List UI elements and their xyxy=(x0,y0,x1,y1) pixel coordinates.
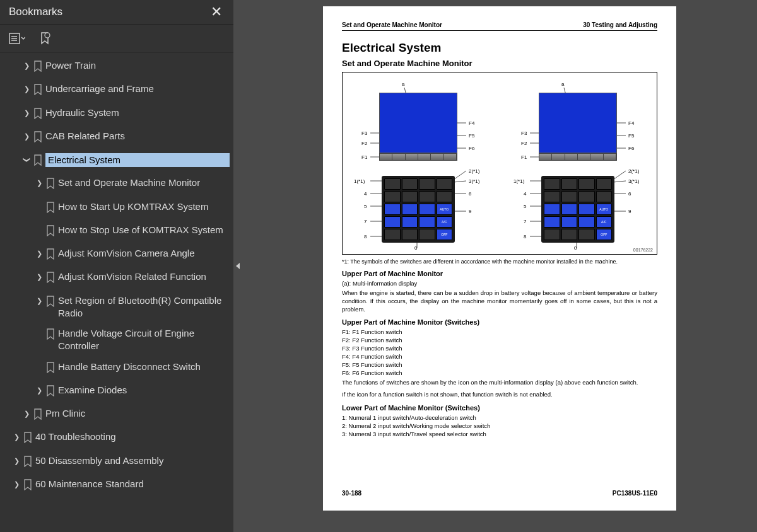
panel-collapse-handle[interactable] xyxy=(233,0,242,532)
bookmark-item[interactable]: ❯Hydraulic System xyxy=(3,103,233,126)
sidebar-header: Bookmarks ✕ xyxy=(0,0,233,25)
bookmark-icon xyxy=(45,225,58,240)
bookmark-item[interactable]: ❯Adjust KomVision Camera Angle xyxy=(3,243,233,267)
bookmark-label: Set Region of Bluetooth(R) Compatible Ra… xyxy=(58,294,230,320)
bookmark-icon xyxy=(45,362,58,376)
bookmark-label: How to Stop Use of KOMTRAX System xyxy=(58,224,230,236)
bookmark-item[interactable]: Handle Battery Disconnect Switch xyxy=(3,357,233,380)
header-left: Set and Operate Machine Monitor xyxy=(342,21,442,28)
page-h2: Set and Operate Machine Monitor xyxy=(342,59,657,68)
bookmark-item[interactable]: ❯Examine Diodes xyxy=(3,380,233,403)
bookmark-item[interactable]: ❯40 Troubleshooting xyxy=(3,427,233,450)
f-switch-list: F1: F1 Function switchF2: F2 Function sw… xyxy=(342,328,657,376)
options-icon[interactable] xyxy=(9,31,25,46)
bookmark-icon xyxy=(33,108,45,122)
list-item: F3: F3 Function switch xyxy=(342,345,657,352)
svg-line-36 xyxy=(613,171,626,180)
bookmark-item[interactable]: ❯60 Maintenance Standard xyxy=(3,474,233,497)
chevron-icon[interactable]: ❯ xyxy=(10,456,23,466)
bookmark-icon xyxy=(45,178,58,192)
page-footer: 30-188 PC138US-11E0 xyxy=(342,490,657,497)
list-item: 1: Numeral 1 input switch/Auto-decelerat… xyxy=(342,414,657,421)
chevron-icon[interactable]: ❯ xyxy=(20,132,33,141)
bookmark-label: 50 Disassembly and Assembly xyxy=(35,454,230,467)
chevron-icon[interactable]: ❯ xyxy=(20,155,33,165)
para-a: When the engine is started, there can be… xyxy=(342,289,657,313)
bookmark-label: Pm Clinic xyxy=(45,407,230,420)
chevron-icon[interactable]: ❯ xyxy=(20,61,33,71)
close-icon[interactable]: ✕ xyxy=(208,4,225,20)
chevron-icon[interactable]: ❯ xyxy=(33,296,45,306)
chevron-icon[interactable]: ❯ xyxy=(20,108,33,118)
chevron-icon[interactable]: ❯ xyxy=(20,84,33,94)
bookmark-label: How to Start Up KOMTRAX System xyxy=(58,200,230,213)
bookmark-icon xyxy=(45,385,58,400)
bookmark-item[interactable]: How to Stop Use of KOMTRAX System xyxy=(3,220,233,243)
bookmark-icon xyxy=(33,61,45,75)
bookmark-label: 60 Maintenance Standard xyxy=(35,478,230,490)
bookmark-tree[interactable]: ❯Power Train❯Undercarriage and Frame❯Hyd… xyxy=(0,53,233,532)
sub-a: (a): Multi-information display xyxy=(342,280,657,287)
bookmark-item[interactable]: ❯Power Train xyxy=(3,55,233,79)
sidebar-title: Bookmarks xyxy=(9,6,208,18)
bookmark-icon xyxy=(23,432,35,446)
para-b2: If the icon for a function switch is not… xyxy=(342,391,657,399)
bookmark-icon xyxy=(45,328,58,343)
bookmark-icon xyxy=(33,84,45,98)
para-b1: The functions of switches are shown by t… xyxy=(342,379,657,387)
heading-upper-switches: Upper Part of Machine Monitor (Switches) xyxy=(342,318,657,326)
bookmark-label: Electrical System xyxy=(45,153,230,167)
bookmark-item[interactable]: ❯Set and Operate Machine Monitor xyxy=(3,173,233,196)
bookmark-item[interactable]: ❯Pm Clinic xyxy=(3,403,233,427)
list-item: F5: F5 Function switch xyxy=(342,361,657,368)
page-h1: Electrical System xyxy=(342,41,657,55)
chevron-icon[interactable]: ❯ xyxy=(10,432,23,442)
chevron-icon[interactable]: ❯ xyxy=(10,480,23,489)
bookmark-icon xyxy=(33,131,45,146)
chevron-icon[interactable]: ❯ xyxy=(33,386,45,395)
bookmark-item[interactable]: ❯Undercarriage and Frame xyxy=(3,79,233,102)
figure-footnote: *1: The symbols of the switches are diff… xyxy=(342,258,657,265)
heading-lower-switches: Lower Part of Machine Monitor (Switches) xyxy=(342,404,657,412)
bookmark-icon xyxy=(33,408,45,423)
bookmark-icon xyxy=(23,479,35,494)
bookmark-item[interactable]: ❯Electrical System xyxy=(3,149,233,173)
bookmark-label: Adjust KomVision Camera Angle xyxy=(58,247,230,260)
list-item: F6: F6 Function switch xyxy=(342,369,657,376)
chevron-icon[interactable]: ❯ xyxy=(33,178,45,188)
bookmark-item[interactable]: How to Start Up KOMTRAX System xyxy=(3,197,233,220)
chevron-left-icon xyxy=(236,263,240,269)
heading-upper: Upper Part of Machine Monitor xyxy=(342,270,657,277)
bookmark-label: CAB Related Parts xyxy=(45,130,230,142)
document-viewport[interactable]: Set and Operate Machine Monitor 30 Testi… xyxy=(242,0,757,532)
svg-line-18 xyxy=(454,171,466,180)
bookmark-icon xyxy=(45,248,58,263)
figure-id: 00176222 xyxy=(633,248,653,252)
bookmark-item[interactable]: Handle Voltage Circuit of Engine Control… xyxy=(3,323,233,357)
bookmark-icon xyxy=(33,154,45,169)
bookmark-label: 40 Troubleshooting xyxy=(35,431,230,443)
sidebar-toolbar xyxy=(0,25,233,53)
list-item: 2: Numeral 2 input switch/Working mode s… xyxy=(342,422,657,429)
monitor-diagram-right: aF3F2F1F4F5F6AUTOA/COFF1(*1)45782(*1)3(*… xyxy=(507,81,652,250)
figure-box: aF3F2F1F4F5F6AUTOA/COFF1(*1)45782(*1)3(*… xyxy=(342,72,657,255)
svg-line-19 xyxy=(454,181,466,182)
list-item: 3: Numeral 3 input switch/Travel speed s… xyxy=(342,431,657,437)
chevron-icon[interactable]: ❯ xyxy=(20,409,33,419)
chevron-icon[interactable]: ❯ xyxy=(33,272,45,282)
svg-line-37 xyxy=(613,181,626,182)
footer-left: 30-188 xyxy=(342,490,361,497)
bookmark-item[interactable]: ❯Adjust KomVision Related Function xyxy=(3,267,233,290)
chevron-icon[interactable]: ❯ xyxy=(33,249,45,258)
bookmark-ribbon-icon[interactable] xyxy=(37,31,53,46)
header-right: 30 Testing and Adjusting xyxy=(583,21,657,28)
bookmark-label: Handle Voltage Circuit of Engine Control… xyxy=(58,327,230,353)
monitor-diagram-left: aF3F2F1F4F5F6AUTOA/COFF1(*1)45782(*1)3(*… xyxy=(348,81,492,250)
bookmark-icon xyxy=(45,296,58,310)
bookmark-item[interactable]: ❯50 Disassembly and Assembly xyxy=(3,451,233,474)
bookmark-icon xyxy=(23,456,35,470)
list-item: F2: F2 Function switch xyxy=(342,337,657,344)
bookmark-item[interactable]: ❯Set Region of Bluetooth(R) Compatible R… xyxy=(3,291,233,324)
bookmark-item[interactable]: ❯CAB Related Parts xyxy=(3,126,233,149)
list-item: F1: F1 Function switch xyxy=(342,328,657,335)
